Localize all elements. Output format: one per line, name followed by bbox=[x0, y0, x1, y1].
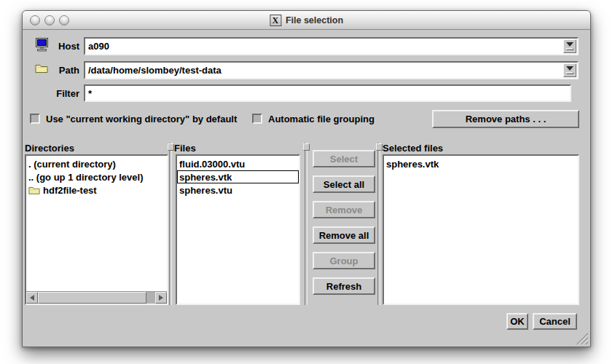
filter-input[interactable] bbox=[85, 86, 570, 100]
resize-grip[interactable] bbox=[574, 331, 588, 344]
chevron-down-icon bbox=[566, 42, 573, 47]
list-item[interactable]: hdf2file-test bbox=[26, 183, 167, 197]
path-input[interactable] bbox=[85, 63, 563, 78]
splitter-knob[interactable] bbox=[376, 143, 383, 151]
directories-pane-label: Directories bbox=[25, 143, 74, 154]
filter-field bbox=[84, 84, 571, 102]
refresh-button[interactable]: Refresh bbox=[313, 277, 375, 295]
use-cwd-label: Use "current working directory" by defau… bbox=[46, 114, 237, 124]
list-item[interactable]: spheres.vtu bbox=[177, 183, 299, 197]
splitter-files-actions[interactable] bbox=[305, 143, 308, 305]
directories-list[interactable]: . (current directory) .. (go up 1 direct… bbox=[25, 154, 168, 305]
select-button[interactable]: Select bbox=[313, 150, 375, 167]
scroll-right-button[interactable] bbox=[155, 292, 167, 304]
zoom-button[interactable] bbox=[59, 15, 69, 25]
list-item-label: fluid.03000.vtu bbox=[179, 159, 245, 170]
close-button[interactable] bbox=[30, 15, 40, 25]
chevron-down-icon bbox=[566, 66, 573, 71]
files-pane-label: Files bbox=[174, 143, 196, 154]
title-area: X File selection bbox=[270, 11, 343, 30]
host-combobox bbox=[84, 37, 579, 55]
splitter-actions-selected[interactable] bbox=[377, 143, 380, 305]
selected-files-list[interactable]: spheres.vtk bbox=[383, 154, 579, 305]
path-label: Path bbox=[23, 65, 79, 76]
selected-files-pane-label: Selected files bbox=[383, 143, 443, 154]
minimize-button[interactable] bbox=[44, 15, 55, 25]
file-selection-window: X File selection Host Path Filter Us bbox=[22, 10, 591, 347]
host-input[interactable] bbox=[85, 39, 563, 54]
list-item[interactable]: .. (go up 1 directory level) bbox=[26, 170, 167, 183]
cancel-button[interactable]: Cancel bbox=[533, 313, 577, 330]
group-button[interactable]: Group bbox=[313, 252, 375, 269]
auto-grouping-label: Automatic file grouping bbox=[268, 114, 375, 124]
remove-paths-button[interactable]: Remove paths . . . bbox=[432, 110, 579, 128]
list-item[interactable]: . (current directory) bbox=[26, 157, 167, 170]
x11-app-icon: X bbox=[270, 15, 281, 26]
titlebar[interactable]: X File selection bbox=[23, 11, 590, 30]
path-dropdown-button[interactable] bbox=[563, 63, 576, 77]
list-item-label: hdf2file-test bbox=[43, 185, 97, 196]
list-item-selected[interactable]: spheres.vtk bbox=[177, 170, 299, 183]
list-item[interactable]: spheres.vtk bbox=[384, 157, 578, 170]
use-cwd-checkbox[interactable] bbox=[30, 114, 40, 124]
remove-all-button[interactable]: Remove all bbox=[313, 226, 375, 244]
ok-button[interactable]: OK bbox=[506, 313, 528, 330]
scrollbar-thumb[interactable] bbox=[38, 292, 146, 304]
list-item-label: spheres.vtk bbox=[386, 159, 439, 170]
path-combobox bbox=[84, 61, 579, 79]
filter-label: Filter bbox=[23, 88, 79, 99]
list-item-label: .. (go up 1 directory level) bbox=[28, 172, 143, 183]
select-all-button[interactable]: Select all bbox=[313, 175, 375, 193]
folder-icon bbox=[28, 186, 40, 194]
splitter-knob[interactable] bbox=[303, 143, 310, 151]
splitter-knob[interactable] bbox=[168, 143, 174, 151]
host-dropdown-button[interactable] bbox=[563, 39, 576, 53]
list-item-label: spheres.vtk bbox=[179, 172, 232, 183]
horizontal-scrollbar[interactable] bbox=[26, 291, 167, 304]
list-item-label: spheres.vtu bbox=[179, 185, 232, 196]
arrow-left-icon bbox=[30, 295, 34, 301]
files-list[interactable]: fluid.03000.vtu spheres.vtk spheres.vtu bbox=[176, 154, 300, 305]
window-title: File selection bbox=[286, 15, 343, 25]
scroll-left-button[interactable] bbox=[26, 292, 38, 304]
dropdown-bar-icon bbox=[566, 72, 573, 74]
scrollbar-track[interactable] bbox=[146, 292, 155, 304]
remove-button[interactable]: Remove bbox=[313, 201, 375, 218]
splitter-directories-files[interactable] bbox=[169, 143, 172, 305]
auto-grouping-checkbox[interactable] bbox=[252, 114, 262, 124]
dropdown-bar-icon bbox=[566, 48, 573, 50]
host-label: Host bbox=[23, 41, 79, 52]
arrow-right-icon bbox=[159, 295, 163, 301]
list-item-label: . (current directory) bbox=[28, 159, 116, 170]
window-controls bbox=[30, 15, 69, 25]
list-item[interactable]: fluid.03000.vtu bbox=[177, 157, 299, 170]
